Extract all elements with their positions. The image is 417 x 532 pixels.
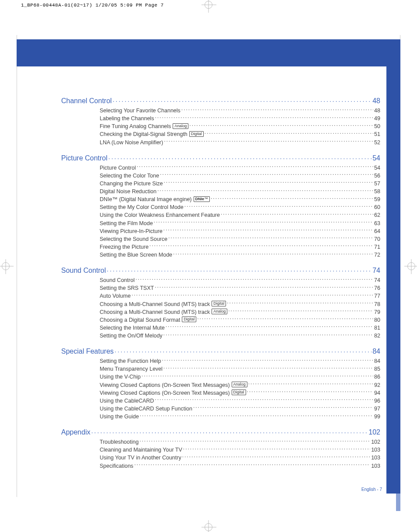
digital-badge-icon: Digital	[182, 316, 196, 322]
toc-section-heading[interactable]: Channel Control48	[61, 96, 380, 105]
toc-entry-page: 63	[374, 219, 380, 227]
toc-section: Picture Control54Picture Control54Select…	[61, 153, 380, 259]
toc-entry-text: Selecting the Sound Source	[100, 235, 167, 243]
toc-section-page: 48	[372, 97, 380, 105]
leader-dots	[227, 300, 373, 306]
toc-entry-title: Selecting Your Favorite Channels	[100, 107, 181, 115]
toc-entry[interactable]: Setting the Blue Screen Mode72	[100, 251, 380, 259]
toc-entry-text: Viewing Closed Captions (On-Screen Text …	[100, 389, 230, 397]
toc-entry[interactable]: Setting the SRS TSXT76	[100, 284, 380, 292]
toc-entry[interactable]: Viewing Picture-In-Picture64	[100, 227, 380, 235]
crop-mark-right	[407, 262, 415, 270]
toc-entry-page: 76	[374, 284, 380, 292]
toc-section-heading[interactable]: Special Features84	[61, 347, 380, 355]
toc-section-heading[interactable]: Picture Control54	[61, 153, 380, 162]
toc-entry-page: 48	[374, 107, 380, 115]
toc-entry[interactable]: Choosing a Multi-Channel Sound (MTS) tra…	[100, 308, 380, 316]
toc-entry[interactable]: Setting the Film Mode63	[100, 219, 380, 227]
analog-badge-icon: Analog	[212, 309, 227, 314]
toc-entry[interactable]: Auto Volume77	[100, 292, 380, 300]
toc-entry-page: 64	[374, 227, 380, 235]
toc-entry[interactable]: Digital Noise Reduction58	[100, 188, 380, 195]
toc-entry-title: Picture Control	[100, 164, 136, 172]
toc-entry[interactable]: Using the Guide99	[100, 413, 380, 421]
leader-dots	[140, 413, 373, 419]
toc-section-title: Picture Control	[61, 154, 108, 162]
table-of-contents: Channel Control48Selecting Your Favorite…	[61, 96, 380, 477]
toc-entry-text: Using the Color Weakness Enhancement Fea…	[100, 211, 220, 219]
toc-entry-page: 72	[374, 251, 380, 259]
leader-dots	[162, 358, 373, 363]
trim-line-left	[17, 35, 17, 497]
toc-entry-title: Viewing Closed Captions (On-Screen Text …	[100, 389, 246, 397]
toc-entry[interactable]: Choosing a Digital Sound Format Digital8…	[100, 316, 380, 324]
leader-dots	[108, 153, 372, 160]
toc-entry-title: Choosing a Multi-Channel Sound (MTS) tra…	[100, 300, 226, 308]
toc-section: Appendix102Troubleshooting102Cleaning an…	[61, 428, 380, 470]
leader-dots	[189, 123, 373, 129]
toc-entry[interactable]: Selecting the Color Tone56	[100, 172, 380, 180]
toc-entry-page: 102	[371, 438, 380, 446]
toc-entry-text: Selecting the Color Tone	[100, 172, 159, 180]
toc-entry[interactable]: Freezing the Picture71	[100, 243, 380, 251]
toc-entry-title: Selecting the Internal Mute	[100, 324, 165, 332]
toc-entry[interactable]: Fine Tuning Analog Channels Analog50	[100, 122, 380, 130]
toc-entry-text: Specifications	[100, 462, 133, 470]
toc-entry[interactable]: Selecting the Internal Mute81	[100, 324, 380, 332]
toc-entry-text: Choosing a Multi-Channel Sound (MTS) tra…	[100, 308, 210, 316]
toc-entry-page: 58	[374, 188, 380, 195]
toc-entry[interactable]: Cleaning and Maintaining Your TV103	[100, 446, 380, 454]
toc-entry[interactable]: Specifications103	[100, 462, 380, 470]
toc-entry-text: Setting the My Color Control Mode	[100, 203, 184, 211]
page-footer: English - 7	[361, 487, 382, 492]
crop-mark-top	[205, 1, 212, 9]
side-tab	[396, 494, 400, 511]
toc-entry-page: 103	[371, 446, 380, 454]
leader-dots	[132, 292, 373, 298]
leader-dots	[115, 347, 372, 354]
toc-entry[interactable]: Changing the Picture Size57	[100, 180, 380, 188]
toc-entry[interactable]: Selecting Your Favorite Channels48	[100, 107, 380, 115]
toc-section-heading[interactable]: Sound Control74	[61, 266, 380, 275]
toc-section-page: 74	[372, 267, 380, 275]
toc-entry-page: 85	[374, 365, 380, 373]
toc-entry[interactable]: DNIe™ (Digital Natural Image engine) DNI…	[100, 195, 380, 203]
toc-entry[interactable]: Viewing Closed Captions (On-Screen Text …	[100, 381, 380, 389]
toc-entry-page: 57	[374, 180, 380, 188]
toc-entry[interactable]: Using the Color Weakness Enhancement Fea…	[100, 211, 380, 219]
toc-entry[interactable]: Choosing a Multi-Channel Sound (MTS) tra…	[100, 300, 380, 308]
toc-entry[interactable]: Using the CableCARD96	[100, 397, 380, 405]
toc-entry-page: 79	[374, 308, 380, 316]
analog-badge-icon: Analog	[173, 123, 188, 129]
toc-entry[interactable]: Setting the Function Help84	[100, 357, 380, 365]
toc-entry-title: Freezing the Picture	[100, 243, 149, 251]
toc-entry[interactable]: Using Your TV in Another Country103	[100, 454, 380, 462]
toc-entry[interactable]: Troubleshooting102	[100, 438, 380, 446]
toc-entry-text: Labeling the Channels	[100, 115, 154, 122]
toc-section-page: 54	[372, 154, 380, 162]
toc-entry-text: Digital Noise Reduction	[100, 188, 156, 195]
toc-entry-title: Auto Volume	[100, 292, 131, 300]
toc-entry-page: 78	[374, 300, 380, 308]
toc-entry[interactable]: Labeling the Channels49	[100, 115, 380, 122]
toc-entry[interactable]: Setting the My Color Control Mode60	[100, 203, 380, 211]
toc-entry-title: Checking the Digital-Signal Strength Dig…	[100, 130, 204, 138]
leader-dots	[181, 107, 373, 113]
toc-entry[interactable]: Picture Control54	[100, 164, 380, 172]
toc-entry[interactable]: Using the V-Chip86	[100, 373, 380, 381]
toc-entry-title: Selecting the Color Tone	[100, 172, 159, 180]
digital-badge-icon: Digital	[189, 131, 204, 137]
toc-entry[interactable]: Sound Control74	[100, 276, 380, 284]
toc-entry[interactable]: Setting the On/Off Melody82	[100, 332, 380, 340]
toc-entry[interactable]: Checking the Digital-Signal Strength Dig…	[100, 130, 380, 138]
toc-section-heading[interactable]: Appendix102	[61, 428, 380, 436]
toc-entry[interactable]: LNA (Low Noise Amplifier)52	[100, 139, 380, 146]
toc-entry-text: Setting the SRS TSXT	[100, 284, 154, 292]
analog-badge-icon: Analog	[232, 382, 247, 387]
toc-entry[interactable]: Viewing Closed Captions (On-Screen Text …	[100, 389, 380, 397]
toc-entry[interactable]: Using the CableCARD Setup Function97	[100, 405, 380, 413]
toc-entry-page: 77	[374, 292, 380, 300]
toc-entry[interactable]: Selecting the Sound Source70	[100, 235, 380, 243]
toc-entry-title: Viewing Picture-In-Picture	[100, 227, 163, 235]
toc-entry[interactable]: Menu Transparency Level85	[100, 365, 380, 373]
